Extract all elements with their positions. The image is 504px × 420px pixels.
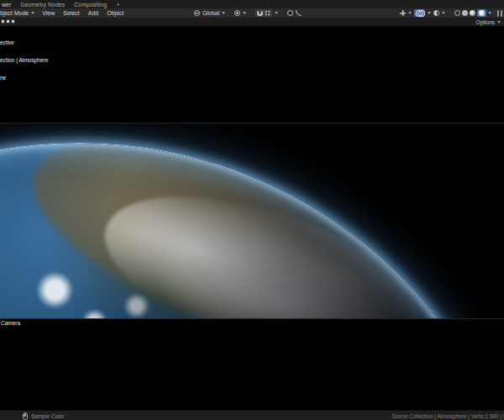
viewport-header-right bbox=[400, 8, 502, 18]
workspace-tab-compositing[interactable]: Compositing bbox=[74, 2, 107, 8]
tool-settings-bar: Options bbox=[0, 18, 504, 26]
landmass-green bbox=[40, 212, 308, 319]
overlays-icon bbox=[416, 10, 423, 16]
viewport-3d[interactable]: ective ection | Atmosphere ne Camera bbox=[0, 26, 504, 410]
menu-add[interactable]: Add bbox=[87, 10, 99, 16]
chevron-down-icon[interactable] bbox=[488, 12, 491, 14]
camera-name-label: Camera bbox=[1, 320, 20, 326]
rendered-shading-icon bbox=[479, 10, 485, 16]
terminator-shadow bbox=[0, 144, 504, 319]
mode-dropdown-label: bject Mode bbox=[0, 10, 29, 16]
snap-toggle[interactable] bbox=[255, 9, 272, 17]
menu-select[interactable]: Select bbox=[62, 10, 80, 16]
chevron-down-icon bbox=[31, 12, 34, 14]
wireframe-shading-icon[interactable] bbox=[454, 10, 460, 16]
earth-render bbox=[0, 143, 504, 319]
viewport-header-left: bject Mode View Select Add Object bbox=[0, 8, 124, 18]
shading-mode-group bbox=[454, 9, 491, 17]
workspace-tab-partial[interactable]: wer bbox=[2, 2, 11, 8]
chevron-down-icon[interactable] bbox=[442, 12, 445, 14]
rendered-shading-toggle[interactable] bbox=[477, 9, 486, 17]
options-dropdown[interactable]: Options bbox=[476, 18, 501, 26]
overlays-toggle[interactable] bbox=[414, 9, 425, 17]
menu-view[interactable]: View bbox=[41, 10, 55, 16]
tool-button-1[interactable] bbox=[1, 18, 5, 24]
status-bar: Sample Color Scene Collection | Atmosphe… bbox=[0, 410, 504, 420]
options-label: Options bbox=[476, 19, 495, 25]
solid-shading-icon[interactable] bbox=[462, 10, 468, 16]
chevron-down-icon bbox=[497, 21, 501, 24]
tool-button-3[interactable] bbox=[11, 18, 15, 24]
workspace-tab-geometry-nodes[interactable]: Geometry Nodes bbox=[20, 2, 65, 8]
viewport-collection-label: ection | Atmosphere bbox=[0, 57, 48, 63]
scene-stats-label: Scene Collection | Atmosphere | Verts:1,… bbox=[392, 413, 504, 419]
viewport-header: bject Mode View Select Add Object Global bbox=[0, 8, 504, 18]
material-shading-icon[interactable] bbox=[470, 10, 475, 16]
camera-frame bbox=[0, 123, 504, 319]
snap-grid-icon bbox=[265, 10, 270, 16]
scattered-clouds bbox=[7, 249, 207, 319]
tool-buttons bbox=[1, 18, 15, 24]
globe-icon bbox=[194, 10, 200, 16]
falloff-curve-icon[interactable] bbox=[296, 10, 302, 16]
status-keymap-hint: Sample Color bbox=[23, 411, 64, 420]
chevron-down-icon[interactable] bbox=[428, 12, 431, 14]
chevron-down-icon[interactable] bbox=[408, 12, 412, 14]
cloud-bank bbox=[86, 164, 438, 319]
proportional-editing-icon[interactable] bbox=[287, 10, 293, 16]
xray-icon[interactable] bbox=[433, 10, 439, 16]
viewport-perspective-label: ective bbox=[0, 39, 48, 45]
magnet-icon bbox=[257, 10, 263, 16]
viewport-extra-label: ne bbox=[0, 75, 48, 81]
menu-object[interactable]: Object bbox=[106, 10, 124, 16]
pivot-point-icon[interactable] bbox=[234, 10, 240, 16]
chevron-down-icon[interactable] bbox=[243, 12, 246, 14]
transform-orientation-dropdown[interactable]: Global bbox=[202, 10, 219, 16]
mode-dropdown[interactable]: bject Mode bbox=[0, 10, 34, 16]
viewport-header-middle: Global bbox=[194, 8, 302, 18]
viewport-overlay-text: ective ection | Atmosphere ne bbox=[0, 28, 48, 92]
tool-button-2[interactable] bbox=[6, 18, 10, 24]
landmass bbox=[8, 143, 504, 319]
add-workspace-button[interactable]: + bbox=[116, 1, 120, 8]
status-hint-label: Sample Color bbox=[31, 413, 64, 419]
gizmo-icon[interactable] bbox=[400, 10, 406, 16]
status-scene-stats: Scene Collection | Atmosphere | Verts:1,… bbox=[392, 411, 504, 420]
mouse-icon bbox=[23, 412, 28, 420]
chevron-down-icon[interactable] bbox=[222, 12, 225, 14]
editor-corner-bars-icon bbox=[497, 10, 502, 17]
atmosphere-haze bbox=[0, 143, 504, 318]
workspace-tabbar: wer Geometry Nodes Compositing + bbox=[0, 0, 504, 8]
chevron-down-icon[interactable] bbox=[275, 12, 278, 14]
landmass-east bbox=[333, 178, 504, 319]
